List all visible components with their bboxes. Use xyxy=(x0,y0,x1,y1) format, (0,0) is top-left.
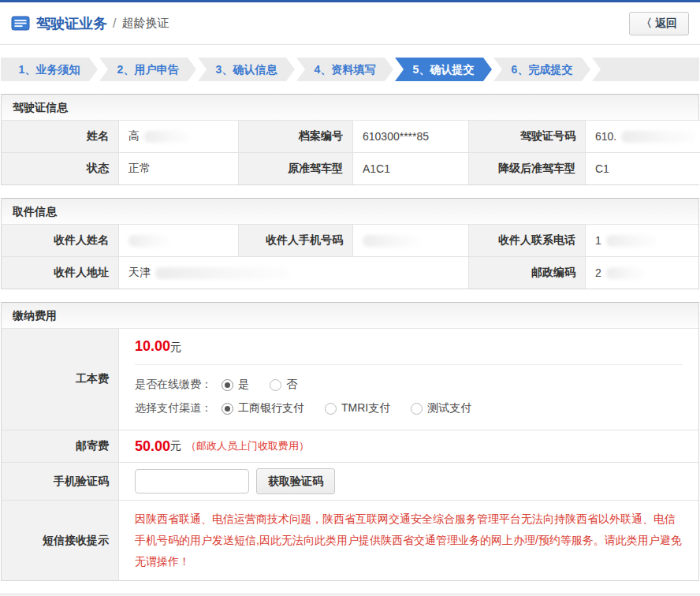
captcha-cell: 获取验证码 xyxy=(118,462,698,500)
channel-tmri-label: TMRI支付 xyxy=(341,401,390,415)
production-fee-cell: 10.00元 是否在线缴费： 是 否 选择支付渠道： 工商银行支付 TMRI支付… xyxy=(118,328,698,430)
file-number-label: 档案编号 xyxy=(238,120,352,152)
pay-channel-radio-group: 选择支付渠道： 工商银行支付 TMRI支付 测试支付 xyxy=(135,397,683,420)
production-fee-unit: 元 xyxy=(170,341,181,353)
radio-yes-icon[interactable] xyxy=(222,379,233,391)
step-5-confirm-submit: 5、确认提交 xyxy=(395,58,492,81)
postage-fee-cell: 50.00元 （邮政人员上门收取费用） xyxy=(118,430,698,462)
downgraded-class-label: 降级后准驾车型 xyxy=(468,152,585,184)
channel-icbc-label: 工商银行支付 xyxy=(238,401,304,415)
recipient-address-value: 天津 xyxy=(118,256,468,289)
recipient-name-redaction-blur xyxy=(128,235,169,247)
online-pay-label: 是否在线缴费： xyxy=(135,378,212,392)
back-chevron-icon: 〈 xyxy=(641,17,652,29)
original-class-label: 原准驾车型 xyxy=(238,152,352,184)
channel-test-label: 测试支付 xyxy=(427,401,471,415)
sms-notice-cell: 因陕西省联通、电信运营商技术问题，陕西省互联网交通安全综合服务管理平台无法向持陕… xyxy=(118,500,698,580)
status-label: 状态 xyxy=(2,152,118,184)
recipient-address-label: 收件人地址 xyxy=(2,256,118,289)
online-pay-yes-label: 是 xyxy=(238,378,249,392)
postage-fee-note: （邮政人员上门收取费用） xyxy=(186,439,309,453)
downgraded-class-value: C1 xyxy=(585,152,700,184)
online-pay-option-no[interactable]: 否 xyxy=(270,378,297,392)
name-redaction-blur xyxy=(144,131,190,143)
pay-channel-label: 选择支付渠道： xyxy=(135,401,212,415)
recipient-phone-value: 1 xyxy=(585,224,698,256)
pickup-info-title: 取件信息 xyxy=(2,199,698,224)
pickup-info-section: 取件信息 收件人姓名 收件人手机号码 收件人联系电话 1 收件人地址 天津 邮政… xyxy=(1,198,699,289)
recipient-name-value xyxy=(118,224,238,256)
step-6-complete-submit: 6、完成提交 xyxy=(493,58,590,81)
online-pay-option-yes[interactable]: 是 xyxy=(222,378,249,392)
fees-title: 缴纳费用 xyxy=(2,303,698,328)
breadcrumb-separator: / xyxy=(113,17,116,31)
step-wizard: 1、业务须知 2、用户申告 3、确认信息 4、资料填写 5、确认提交 6、完成提… xyxy=(1,58,699,81)
postage-fee-label: 邮寄费 xyxy=(2,430,118,462)
captcha-input[interactable] xyxy=(135,469,249,494)
online-pay-radio-group: 是否在线缴费： 是 否 xyxy=(135,373,683,397)
recipient-address-redaction-blur xyxy=(155,267,289,279)
recipient-mobile-value xyxy=(352,224,468,256)
pickup-info-table: 收件人姓名 收件人手机号码 收件人联系电话 1 收件人地址 天津 邮政编码 2 xyxy=(2,224,698,289)
radio-test-icon[interactable] xyxy=(411,403,423,415)
channel-option-icbc[interactable]: 工商银行支付 xyxy=(222,401,304,415)
recipient-phone-label: 收件人联系电话 xyxy=(468,224,585,256)
breadcrumb-current: 超龄换证 xyxy=(121,16,169,31)
fees-section: 缴纳费用 工本费 10.00元 是否在线缴费： 是 否 选择支付渠道： 工商银行… xyxy=(1,302,699,581)
online-pay-no-label: 否 xyxy=(286,378,297,392)
file-number-value: 610300****85 xyxy=(352,120,468,152)
recipient-name-label: 收件人姓名 xyxy=(2,224,118,256)
recipient-mobile-label: 收件人手机号码 xyxy=(238,224,352,256)
back-button-label: 返回 xyxy=(655,17,677,29)
channel-option-tmri[interactable]: TMRI支付 xyxy=(325,401,390,415)
postcode-value: 2 xyxy=(585,256,698,289)
license-number-label: 驾驶证号码 xyxy=(468,120,585,152)
name-label: 姓名 xyxy=(2,120,118,152)
license-number-value: 610. xyxy=(585,120,700,152)
license-list-icon xyxy=(11,16,30,31)
name-value: 高 xyxy=(118,120,238,152)
page-title: 驾驶证业务 xyxy=(36,14,107,33)
license-info-table: 姓名 高 档案编号 610300****85 驾驶证号码 610. 状态 正常 … xyxy=(2,120,698,184)
license-info-section: 驾驶证信息 姓名 高 档案编号 610300****85 驾驶证号码 610. … xyxy=(1,94,699,185)
recipient-phone-redaction-blur xyxy=(606,235,657,247)
radio-icbc-icon[interactable] xyxy=(222,403,233,415)
original-class-value: A1C1 xyxy=(352,152,468,184)
status-value: 正常 xyxy=(118,152,238,184)
recipient-mobile-redaction-blur xyxy=(363,235,419,247)
license-info-title: 驾驶证信息 xyxy=(2,95,698,120)
license-number-redaction-blur xyxy=(621,131,697,143)
postage-fee-amount: 50.00 xyxy=(135,438,170,455)
postage-fee-unit: 元 xyxy=(170,439,181,453)
production-fee-label: 工本费 xyxy=(2,328,118,430)
get-captcha-button[interactable]: 获取验证码 xyxy=(256,468,335,494)
step-4-fill-materials: 4、资料填写 xyxy=(296,58,393,81)
step-3-confirm-info: 3、确认信息 xyxy=(198,58,295,81)
sms-notice-text: 因陕西省联通、电信运营商技术问题，陕西省互联网交通安全综合服务管理平台无法向持陕… xyxy=(135,501,683,580)
production-fee-amount-line: 10.00元 xyxy=(135,338,683,365)
sms-notice-label: 短信接收提示 xyxy=(2,500,118,580)
step-2-user-declaration: 2、用户申告 xyxy=(99,58,196,81)
channel-option-test[interactable]: 测试支付 xyxy=(411,401,471,415)
radio-tmri-icon[interactable] xyxy=(325,403,337,415)
fees-table: 工本费 10.00元 是否在线缴费： 是 否 选择支付渠道： 工商银行支付 TM… xyxy=(2,328,698,580)
page-header: 驾驶证业务 / 超龄换证 〈返回 xyxy=(0,2,700,45)
step-1-business-notice: 1、业务须知 xyxy=(1,58,98,81)
production-fee-amount: 10.00 xyxy=(135,338,170,354)
captcha-label: 手机验证码 xyxy=(2,462,118,500)
back-button[interactable]: 〈返回 xyxy=(629,12,689,35)
postcode-redaction-blur xyxy=(606,267,644,279)
step-bar-filler xyxy=(592,58,699,81)
radio-no-icon[interactable] xyxy=(270,379,281,391)
postcode-label: 邮政编码 xyxy=(468,256,585,289)
